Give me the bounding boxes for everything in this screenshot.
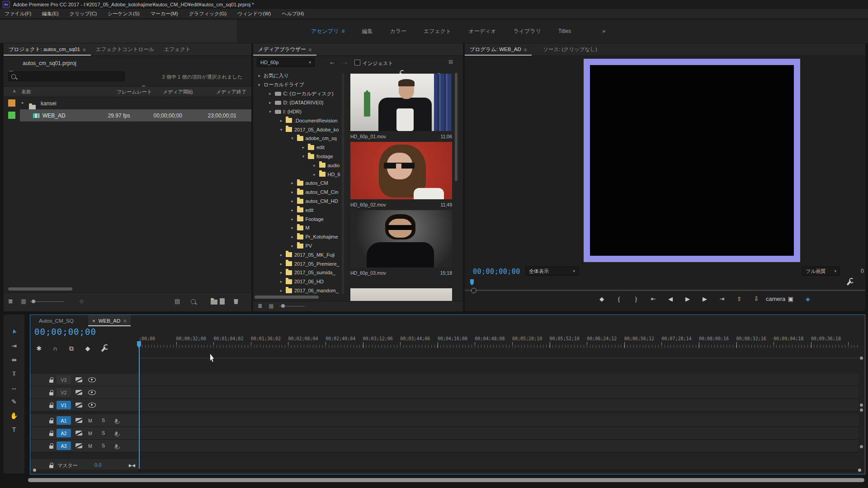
preset-dropdown[interactable]: HD_60p▾: [257, 58, 315, 67]
timeline-tab-web-ad[interactable]: × WEB_AD ≡: [88, 315, 131, 326]
track-lock-icon[interactable]: [49, 380, 53, 383]
mute-button[interactable]: M: [88, 443, 92, 449]
tree-expand-icon[interactable]: ▸: [290, 181, 295, 185]
track-content[interactable]: [138, 427, 859, 440]
tree-expand-icon[interactable]: ▸: [290, 225, 295, 230]
tree-item[interactable]: ▸ HD_6: [253, 170, 347, 179]
close-icon[interactable]: ×: [92, 318, 95, 324]
workspace-menu-icon[interactable]: ≡: [341, 28, 344, 34]
column-media-start[interactable]: メディア開始: [163, 89, 193, 95]
tree-item[interactable]: ▸ Pr_Kotohajime: [253, 232, 347, 241]
tree-expand-icon[interactable]: ▾: [290, 136, 295, 141]
menu-item[interactable]: ファイル(F): [5, 10, 31, 17]
track-select-forward-tool[interactable]: ⇥: [4, 338, 24, 352]
clip-name[interactable]: HD_60p_02.mov: [350, 202, 386, 207]
tree-expand-icon[interactable]: ▾: [257, 74, 261, 78]
scroll-handle[interactable]: [860, 408, 863, 412]
scroll-handle[interactable]: [860, 357, 863, 360]
linked-selection-icon[interactable]: ⧉: [65, 345, 78, 352]
slip-tool[interactable]: ↔: [4, 380, 24, 394]
tree-expand-icon[interactable]: ▾: [301, 154, 306, 159]
tree-expand-icon[interactable]: ▸: [290, 235, 295, 239]
timeline-ruler[interactable]: ;00;0000;00;32;0000;01;04;0200;01;36;020…: [139, 336, 859, 341]
clip-item-partial[interactable]: [350, 288, 452, 302]
track-lock-icon[interactable]: [49, 446, 53, 449]
new-item-button[interactable]: [220, 298, 225, 305]
panel-menu-icon[interactable]: ≡: [123, 318, 126, 324]
timeline-tab-autos-cm-sq[interactable]: Autos_CM_SQ: [35, 315, 78, 326]
track-content[interactable]: [138, 386, 859, 399]
tree-expand-icon[interactable]: ▸: [312, 163, 317, 168]
selection-tool[interactable]: ➤: [4, 324, 24, 338]
program-timecode[interactable]: 00;00;00;00: [473, 267, 520, 276]
workspace-tab[interactable]: 編集 ≡: [362, 28, 373, 35]
thumbnail-view-button[interactable]: ▦: [269, 303, 274, 309]
workspace-tab[interactable]: エフェクト ≡: [424, 28, 451, 35]
clip-thumbnail[interactable]: [350, 210, 452, 267]
menu-item[interactable]: 編集(E): [42, 10, 59, 17]
sync-lock-icon[interactable]: [75, 431, 82, 436]
tree-item[interactable]: ▸ autos_CM: [253, 179, 347, 188]
tree-expand-icon[interactable]: ▸: [290, 244, 295, 248]
tree-expand-icon[interactable]: ▸: [312, 172, 317, 177]
workspace-tab[interactable]: ライブラリ ≡: [514, 28, 541, 35]
zoom-scrollbar-track[interactable]: [33, 470, 861, 470]
insert-nest-toggle-icon[interactable]: ✱: [32, 345, 46, 352]
panel-options-icon[interactable]: ⊞: [448, 59, 453, 65]
clips-v-scrollbar[interactable]: [455, 73, 458, 181]
panel-menu-icon[interactable]: ≡: [83, 47, 85, 52]
tree-expand-icon[interactable]: ▸: [301, 145, 306, 150]
voiceover-record-icon[interactable]: [115, 419, 118, 422]
item-name[interactable]: kansei: [41, 100, 57, 107]
step-back-icon[interactable]: ◀: [663, 296, 678, 302]
tab-effect-controls[interactable]: エフェクトコントロール: [91, 43, 159, 56]
menu-item[interactable]: グラフィック(G): [189, 10, 226, 17]
tab-effects[interactable]: エフェクト: [159, 43, 196, 56]
clip-item[interactable]: HD_60p_02.mov 11;49: [350, 142, 452, 208]
project-h-scrollbar[interactable]: [8, 287, 72, 291]
monitor-settings-wrench-icon[interactable]: [847, 280, 851, 285]
tree-item[interactable]: ▾ footage: [253, 152, 347, 161]
workspace-tab[interactable]: アセンブリ ≡: [311, 28, 344, 35]
tree-expand-icon[interactable]: ▸: [290, 217, 295, 221]
clip-item[interactable]: HD_60p_01.mov 11;06: [350, 74, 452, 140]
ingest-checkbox[interactable]: [354, 60, 360, 66]
proxy-toggle-icon[interactable]: ◈: [800, 296, 816, 302]
scroll-handle[interactable]: [860, 445, 863, 448]
tree-expand-icon[interactable]: ▸: [290, 208, 295, 212]
timeline-timecode[interactable]: 00;00;00;00: [34, 327, 96, 337]
track-target-toggle[interactable]: V1: [57, 401, 71, 409]
track-content[interactable]: [138, 440, 859, 452]
tree-expand-icon[interactable]: ▸: [279, 118, 283, 123]
back-button[interactable]: ←: [329, 58, 335, 66]
mark-in-icon[interactable]: {: [611, 296, 627, 302]
tree-item[interactable]: ▸ D: (DATADRIVE0): [253, 98, 347, 107]
tree-item[interactable]: ▸ 2017_06_HD: [253, 277, 347, 286]
master-level-value[interactable]: 0.0: [94, 462, 101, 468]
workspace-tab[interactable]: Titles ≡: [558, 28, 571, 34]
thumb-size-knob[interactable]: [281, 304, 285, 308]
tree-v-scrollbar[interactable]: [342, 73, 344, 294]
tree-expand-icon[interactable]: ▸: [290, 199, 295, 203]
tree-item[interactable]: ▸ .DocumentRevision: [253, 116, 347, 125]
project-row-kansei[interactable]: ▸ kansei: [4, 97, 251, 109]
ruler-ticks-minor[interactable]: [139, 345, 859, 348]
keyframe-nav-icon[interactable]: ▶◀: [129, 463, 135, 468]
label-chip-green[interactable]: [8, 112, 15, 119]
tree-item[interactable]: ▸ 2017_05_Premiere_: [253, 259, 347, 268]
tree-item[interactable]: ▸ PV: [253, 241, 347, 250]
tree-item[interactable]: ▾ adobe_cm_sq: [253, 134, 347, 143]
tree-expand-icon[interactable]: ▾: [257, 83, 261, 87]
track-target-toggle[interactable]: A1: [57, 416, 71, 425]
tree-expand-icon[interactable]: ▸: [268, 91, 273, 96]
project-row-web-ad[interactable]: WEB_AD 29.97 fps 00;00;00;00 23;00;00;01: [4, 109, 251, 122]
tree-expand-icon[interactable]: ▸: [279, 288, 283, 293]
tree-expand-icon[interactable]: ▸: [279, 253, 283, 257]
tab-source[interactable]: ソース: (クリップなし): [538, 43, 602, 56]
playback-quality-dropdown[interactable]: フル画質▾: [802, 267, 840, 276]
tree-expand-icon[interactable]: ▸: [268, 100, 273, 105]
list-view-button[interactable]: ≣: [8, 298, 13, 305]
clip-name[interactable]: HD_60p_01.mov: [350, 134, 386, 139]
icon-view-button[interactable]: ▦: [21, 298, 26, 305]
clip-name[interactable]: HD_60p_03.mov: [350, 270, 386, 276]
